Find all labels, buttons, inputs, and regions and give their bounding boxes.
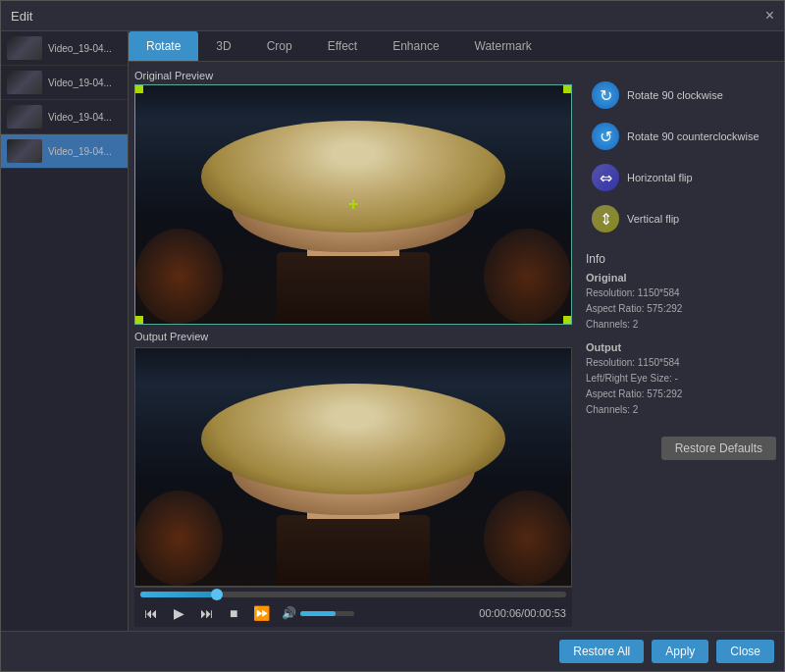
original-channels: Channels: 2 xyxy=(586,318,776,332)
progress-thumb[interactable] xyxy=(211,589,223,600)
tab-rotate[interactable]: Rotate xyxy=(129,31,198,61)
progress-fill xyxy=(140,592,217,597)
time-display: 00:00:06/00:00:53 xyxy=(479,607,566,619)
edit-window: Edit × Video_19-04... Video_19-04... Vid… xyxy=(0,0,785,672)
action-label-3: Vertical flip xyxy=(627,213,679,225)
player-section: ⏮ ▶ ⏭ ■ ⏩ 🔊 00:00:06/00:00:5 xyxy=(134,587,572,627)
skip-forward-button[interactable]: ⏭ xyxy=(196,603,218,623)
sidebar-item-0[interactable]: Video_19-04... xyxy=(1,31,128,66)
action-btn-1[interactable]: ↺ Rotate 90 counterclockwise xyxy=(586,119,776,154)
right-panel: ↻ Rotate 90 clockwise ↺ Rotate 90 counte… xyxy=(578,62,784,631)
title-bar: Edit × xyxy=(1,1,784,31)
output-info-group: Output Resolution: 1150*584 Left/Right E… xyxy=(586,341,776,417)
sidebar-label-1: Video_19-04... xyxy=(48,78,112,88)
original-preview-label: Original Preview xyxy=(134,70,572,81)
original-video-box: + xyxy=(134,84,572,325)
skip-back-button[interactable]: ⏮ xyxy=(140,603,162,623)
action-btn-2[interactable]: ⇔ Horizontal flip xyxy=(586,160,776,195)
handle-tl[interactable] xyxy=(135,85,143,93)
action-label-2: Horizontal flip xyxy=(627,172,693,183)
window-title: Edit xyxy=(11,9,32,24)
info-title: Info xyxy=(586,252,776,266)
sidebar: Video_19-04... Video_19-04... Video_19-0… xyxy=(1,31,129,631)
tab-crop[interactable]: Crop xyxy=(249,31,310,61)
tab-watermark[interactable]: Watermark xyxy=(457,31,550,61)
output-channels: Channels: 2 xyxy=(586,403,776,417)
next-frame-button[interactable]: ⏩ xyxy=(249,603,274,623)
tab-enhance[interactable]: Enhance xyxy=(375,31,456,61)
window-close-button[interactable]: × xyxy=(765,7,774,25)
volume-section: 🔊 xyxy=(282,606,354,620)
controls-row: ⏮ ▶ ⏭ ■ ⏩ 🔊 00:00:06/00:00:5 xyxy=(140,603,566,623)
original-aspect: Aspect Ratio: 575:292 xyxy=(586,302,776,316)
tab-3d[interactable]: 3D xyxy=(198,31,248,61)
output-preview xyxy=(134,347,572,588)
sidebar-thumb-2 xyxy=(7,105,42,129)
restore-defaults-button[interactable]: Restore Defaults xyxy=(661,437,776,460)
action-buttons: ↻ Rotate 90 clockwise ↺ Rotate 90 counte… xyxy=(586,78,776,236)
volume-bar[interactable] xyxy=(300,611,354,616)
sidebar-label-0: Video_19-04... xyxy=(48,43,112,54)
output-aspect: Aspect Ratio: 575:292 xyxy=(586,388,776,401)
original-preview: + xyxy=(134,84,572,325)
output-eye-size: Left/Right Eye Size: - xyxy=(586,372,776,386)
work-area: Original Preview xyxy=(129,62,784,631)
main-area: Video_19-04... Video_19-04... Video_19-0… xyxy=(1,31,784,631)
action-icon-1: ↺ xyxy=(592,123,619,150)
original-resolution: Resolution: 1150*584 xyxy=(586,286,776,300)
original-info-group: Original Resolution: 1150*584 Aspect Rat… xyxy=(586,272,776,332)
info-section: Info Original Resolution: 1150*584 Aspec… xyxy=(586,252,776,460)
close-button[interactable]: Close xyxy=(716,640,774,663)
sidebar-thumb-1 xyxy=(7,71,42,94)
action-icon-2: ⇔ xyxy=(592,164,619,191)
preview-area: Original Preview xyxy=(129,62,578,631)
action-icon-0: ↻ xyxy=(592,81,619,109)
content-area: Rotate3DCropEffectEnhanceWatermark Origi… xyxy=(129,31,784,631)
stop-button[interactable]: ■ xyxy=(226,603,241,623)
action-icon-3: ⇕ xyxy=(592,205,619,233)
sidebar-item-3[interactable]: Video_19-04... xyxy=(1,134,128,169)
handle-tr[interactable] xyxy=(563,85,571,93)
crosshair: + xyxy=(348,194,359,215)
handle-br[interactable] xyxy=(563,316,571,324)
apply-button[interactable]: Apply xyxy=(652,640,708,663)
restore-defaults-section: Restore Defaults xyxy=(586,427,776,460)
progress-bar[interactable] xyxy=(140,592,566,597)
volume-fill xyxy=(300,611,336,616)
action-label-1: Rotate 90 counterclockwise xyxy=(627,130,759,142)
restore-all-button[interactable]: Restore All xyxy=(559,640,644,663)
play-button[interactable]: ▶ xyxy=(170,603,188,623)
sidebar-thumb-0 xyxy=(7,36,42,60)
action-btn-0[interactable]: ↻ Rotate 90 clockwise xyxy=(586,78,776,113)
output-resolution: Resolution: 1150*584 xyxy=(586,356,776,370)
sidebar-item-1[interactable]: Video_19-04... xyxy=(1,66,128,100)
output-video-box xyxy=(134,347,572,588)
sidebar-thumb-3 xyxy=(7,139,42,163)
bottom-bar: Restore All Apply Close xyxy=(1,631,784,671)
original-info-title: Original xyxy=(586,272,776,284)
sidebar-item-2[interactable]: Video_19-04... xyxy=(1,100,128,134)
output-preview-label: Output Preview xyxy=(134,331,572,342)
tab-bar: Rotate3DCropEffectEnhanceWatermark xyxy=(129,31,784,62)
sidebar-label-3: Video_19-04... xyxy=(48,146,112,157)
tab-effect[interactable]: Effect xyxy=(310,31,375,61)
volume-icon: 🔊 xyxy=(282,606,296,620)
output-scene xyxy=(135,348,571,587)
sidebar-label-2: Video_19-04... xyxy=(48,112,112,123)
handle-bl[interactable] xyxy=(135,316,143,324)
action-btn-3[interactable]: ⇕ Vertical flip xyxy=(586,201,776,236)
action-label-0: Rotate 90 clockwise xyxy=(627,89,723,101)
output-info-title: Output xyxy=(586,341,776,353)
